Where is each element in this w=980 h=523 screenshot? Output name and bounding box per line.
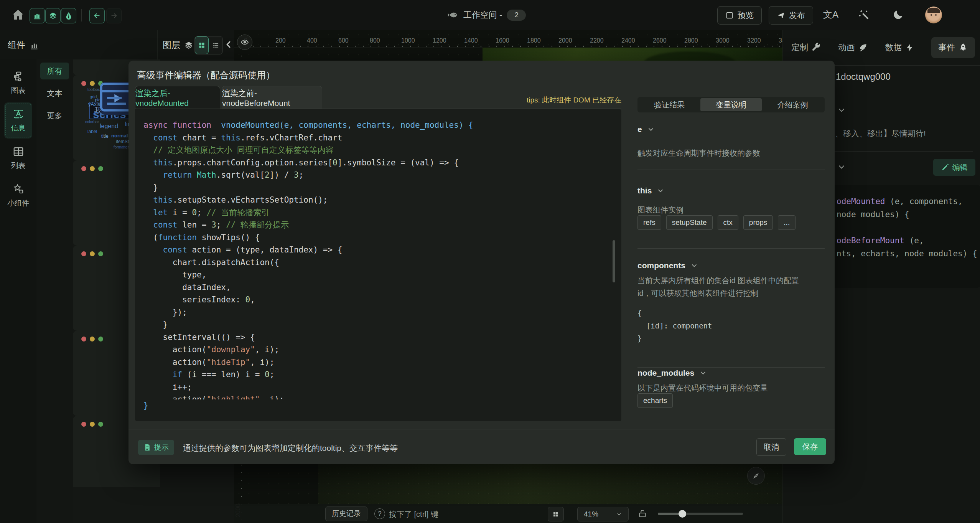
list-view-button[interactable] — [209, 36, 222, 54]
home-icon[interactable] — [11, 8, 25, 22]
collapse-panel-chevron-icon[interactable] — [224, 38, 234, 51]
code-line: this.props.chartConfig.option.series[0].… — [143, 157, 621, 169]
section-header-this[interactable]: this — [637, 186, 665, 195]
magic-wand-icon[interactable] — [858, 9, 870, 21]
category-3[interactable]: 更多 — [40, 107, 69, 124]
top-bar: 工作空间 - 2 预览 发布 文A — [0, 0, 980, 30]
component-id-tail: 1doctqwg000 — [836, 71, 891, 82]
wrench-icon — [811, 43, 821, 53]
language-icon[interactable]: 文A — [823, 8, 838, 21]
sidebar-tab-bolt[interactable]: 数据 — [885, 42, 914, 53]
grid-toggle-button[interactable] — [548, 507, 564, 521]
section-desc: id，可以获取其他图表组件进行控制 — [637, 287, 759, 300]
bar-chart-icon — [29, 40, 39, 50]
code-line: async function vnodeMounted(e, component… — [143, 119, 621, 132]
header-divider — [157, 30, 158, 59]
code-line: const chart = this.refs.vChartRef.chart — [143, 132, 621, 144]
redo-button[interactable] — [106, 8, 122, 23]
side-tab-1[interactable]: 验证结果 — [639, 98, 700, 111]
lock-icon[interactable] — [637, 508, 647, 518]
code-editor[interactable]: async function vnodeMounted(e, component… — [135, 109, 621, 421]
eye-toggle-icon[interactable] — [237, 35, 252, 50]
zoom-slider-track[interactable] — [658, 513, 743, 515]
layers-panel-title: 图层 — [163, 39, 180, 51]
sidebar-tab-leaf[interactable]: 动画 — [838, 42, 868, 53]
code-editor-scrollbar[interactable] — [613, 240, 615, 282]
section-header-components[interactable]: components — [637, 261, 698, 270]
modal-footer-divider — [128, 429, 835, 429]
chevron-down-icon — [647, 125, 655, 134]
tab-vnode-mounted[interactable]: 渲染之后-vnodeMounted — [135, 86, 220, 109]
drop-mode-button[interactable] — [61, 8, 76, 23]
ruler-label: 2000 — [558, 37, 572, 44]
preview-button[interactable]: 预览 — [717, 6, 762, 25]
layers-mode-button[interactable] — [45, 8, 61, 23]
help-icon[interactable]: ? — [374, 508, 385, 519]
variable-chip: echarts — [637, 393, 673, 408]
code-line: dataIndex, — [143, 281, 621, 294]
ruler-label: 3000 — [716, 37, 730, 44]
section-header-e[interactable]: e — [637, 125, 655, 134]
fish-icon — [447, 9, 459, 21]
side-tab-3[interactable]: 介绍案例 — [762, 98, 824, 111]
code-line: this.setupState.vEchartsSetOption(); — [143, 194, 621, 206]
sidebar-tab-rocket[interactable]: 事件 — [931, 37, 975, 58]
section-chevron-down-icon[interactable] — [837, 105, 847, 115]
undo-button[interactable] — [89, 8, 105, 23]
rail-item-info-a[interactable]: 信息 — [4, 102, 32, 139]
section-header-node_modules[interactable]: node_modules — [637, 368, 707, 378]
ruler-label: 1400 — [464, 37, 478, 44]
code-line: action("highlight", i); — [143, 393, 621, 399]
send-icon — [777, 11, 785, 20]
publish-button[interactable]: 发布 — [769, 6, 813, 25]
rail-item-flow[interactable]: 图表 — [4, 65, 32, 101]
tab-vnode-before-mount[interactable]: 渲染之前-vnodeBeforeMount — [222, 86, 322, 109]
rocket-icon — [958, 43, 968, 53]
zoom-select[interactable]: 41% — [577, 507, 629, 521]
edit-advanced-events-button[interactable]: 编辑 — [933, 159, 975, 176]
advanced-event-editor-modal: 高级事件编辑器（配合源码使用） 渲染之后-vnodeMounted 渲染之前-v… — [128, 61, 835, 464]
rail-item-label: 列表 — [11, 161, 26, 171]
side-tab-2[interactable]: 变量说明 — [700, 98, 762, 111]
rail-item-table[interactable]: 列表 — [4, 140, 32, 176]
ruler-label: 2800 — [684, 37, 698, 44]
bolt-icon — [905, 43, 914, 52]
lifecycle-code-preview[interactable]: odeMounted (e, components,node_modules) … — [827, 185, 980, 288]
code-line: action("hideTip", i); — [143, 356, 621, 369]
history-button[interactable]: 历史记录 — [325, 507, 367, 521]
cancel-button[interactable]: 取消 — [756, 438, 786, 456]
side-panel-tabs: 验证结果变量说明介绍案例 — [637, 97, 825, 112]
ruler-label: 1600 — [496, 37, 509, 44]
category-2[interactable]: 文本 — [40, 85, 69, 102]
rail-item-label: 信息 — [11, 123, 26, 133]
ruler-label: 1000 — [401, 37, 415, 44]
flow-icon — [13, 71, 24, 82]
leaf-icon — [858, 43, 868, 53]
category-1[interactable]: 所有 — [40, 63, 69, 79]
modal-title: 高级事件编辑器（配合源码使用） — [137, 69, 275, 81]
section-desc: 以下是内置在代码环境中可用的包变量 — [637, 382, 768, 394]
rail-item-widget-star[interactable]: 小组件 — [4, 178, 32, 214]
sidebar-tab-wrench[interactable]: 定制 — [791, 42, 821, 53]
zoom-slider-fill — [658, 513, 682, 515]
chart-mode-button[interactable] — [30, 8, 45, 23]
sidebar-code-line: node_modules) { — [837, 208, 980, 221]
save-button[interactable]: 保存 — [794, 438, 826, 455]
code-line: setInterval(() => { — [143, 331, 621, 344]
ruler-label: 2400 — [621, 37, 635, 44]
variable-chip: props — [743, 215, 773, 230]
section-chevron-down-icon[interactable] — [837, 162, 847, 172]
zoom-slider-handle[interactable] — [679, 510, 686, 518]
ruler-label: 1200 — [433, 37, 446, 44]
ruler-label: 2200 — [590, 37, 604, 44]
grid-view-button[interactable] — [195, 36, 209, 54]
user-avatar[interactable] — [925, 7, 942, 23]
ruler-label: 600 — [338, 37, 349, 44]
sidebar-code-line: odeBeforeMount (e, — [837, 234, 980, 247]
code-line: chart.dispatchAction({ — [143, 256, 621, 269]
code-line: } — [143, 181, 621, 194]
dark-mode-moon-icon[interactable] — [892, 8, 904, 21]
sidebar-code-line — [837, 221, 980, 234]
left-panel-header: 组件 图层 — [0, 30, 234, 60]
workspace-count-badge: 2 — [507, 10, 526, 21]
